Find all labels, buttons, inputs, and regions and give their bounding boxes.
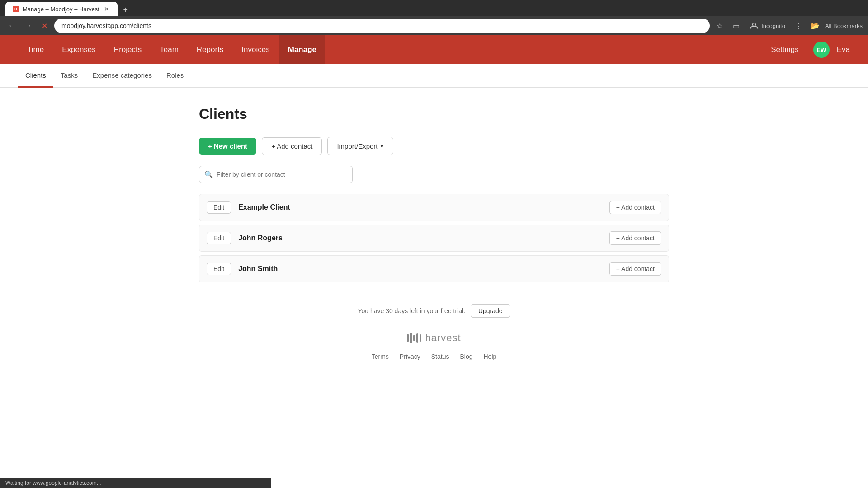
status-bar: Waiting for www.google-analytics.com...: [0, 478, 271, 488]
nav-manage[interactable]: Manage: [279, 35, 326, 64]
status-text: Waiting for www.google-analytics.com...: [5, 480, 101, 486]
split-view-button[interactable]: ▭: [730, 19, 742, 32]
tab-close-button[interactable]: ✕: [103, 5, 110, 13]
address-bar-row: ← → ✕ ☆ ▭ Incognito ⋮ 📂 All Bookmarks: [0, 16, 868, 35]
all-bookmarks-label: All Bookmarks: [825, 23, 863, 29]
footer-status[interactable]: Status: [431, 353, 449, 360]
logo-bar-5: [420, 334, 421, 342]
reload-button[interactable]: ✕: [38, 19, 51, 32]
footer-blog[interactable]: Blog: [460, 353, 472, 360]
tab-bar: H Manage – Moodjoy – Harvest ✕ +: [0, 0, 868, 16]
harvest-logo-mark: [407, 333, 421, 343]
footer-terms[interactable]: Terms: [372, 353, 389, 360]
upgrade-button[interactable]: Upgrade: [471, 304, 510, 318]
active-tab[interactable]: H Manage – Moodjoy – Harvest ✕: [5, 2, 118, 16]
add-contact-row-button-john-smith[interactable]: + Add contact: [609, 262, 661, 276]
nav-reports[interactable]: Reports: [188, 35, 233, 64]
client-list: Edit Example Client + Add contact Edit J…: [199, 194, 669, 286]
footer-trial: You have 30 days left in your free trial…: [199, 286, 669, 327]
tab-favicon: H: [13, 6, 19, 12]
table-row: Edit Example Client + Add contact: [199, 194, 669, 221]
table-row: Edit John Smith + Add contact: [199, 255, 669, 282]
footer-privacy[interactable]: Privacy: [400, 353, 420, 360]
client-name-example: Example Client: [238, 203, 602, 211]
forward-button[interactable]: →: [22, 19, 34, 32]
import-export-button[interactable]: Import/Export ▾: [327, 137, 393, 155]
nav-team[interactable]: Team: [151, 35, 188, 64]
table-row: Edit John Rogers + Add contact: [199, 225, 669, 252]
import-export-label: Import/Export: [337, 142, 377, 150]
trial-text: You have 30 days left in your free trial…: [358, 307, 465, 314]
page-title: Clients: [199, 106, 669, 122]
back-button[interactable]: ←: [5, 19, 18, 32]
logo-bar-1: [407, 334, 409, 342]
bookmark-button[interactable]: ☆: [713, 19, 726, 32]
subnav-roles[interactable]: Roles: [159, 64, 191, 88]
user-name[interactable]: Eva: [837, 45, 850, 54]
nav-expenses[interactable]: Expenses: [53, 35, 105, 64]
edit-button-example-client[interactable]: Edit: [207, 201, 231, 214]
address-bar[interactable]: [54, 19, 710, 33]
logo-bar-4: [416, 333, 418, 343]
incognito-badge: Incognito: [746, 19, 789, 32]
footer-logo: harvest: [199, 327, 669, 349]
svg-point-0: [753, 23, 756, 26]
main-content: Clients + New client + Add contact Impor…: [163, 88, 705, 385]
search-icon: 🔍: [204, 170, 213, 179]
nav-time[interactable]: Time: [18, 35, 53, 64]
subnav-clients[interactable]: Clients: [18, 64, 53, 88]
sub-nav: Clients Tasks Expense categories Roles: [0, 64, 868, 88]
add-contact-row-button-example[interactable]: + Add contact: [609, 201, 661, 214]
add-contact-row-button-john-rogers[interactable]: + Add contact: [609, 231, 661, 245]
bookmarks-button[interactable]: 📂: [809, 19, 821, 32]
tab-title: Manage – Moodjoy – Harvest: [23, 6, 99, 13]
user-avatar[interactable]: EW: [813, 42, 830, 58]
action-bar: + New client + Add contact Import/Export…: [199, 137, 669, 155]
new-client-button[interactable]: + New client: [199, 138, 256, 155]
nav-invoices[interactable]: Invoices: [232, 35, 278, 64]
nav-projects[interactable]: Projects: [105, 35, 151, 64]
harvest-logo-text: harvest: [425, 332, 461, 344]
chevron-down-icon: ▾: [380, 142, 384, 150]
footer-links: Terms Privacy Status Blog Help: [199, 349, 669, 367]
nav-right: Settings EW Eva: [764, 35, 850, 64]
nav-links: Time Expenses Projects Team Reports Invo…: [18, 35, 764, 64]
subnav-expense-categories[interactable]: Expense categories: [85, 64, 159, 88]
browser-chrome: H Manage – Moodjoy – Harvest ✕ + ← → ✕ ☆…: [0, 0, 868, 35]
app: Time Expenses Projects Team Reports Invo…: [0, 35, 868, 385]
client-name-john-smith: John Smith: [238, 265, 602, 273]
add-contact-button[interactable]: + Add contact: [262, 137, 322, 155]
search-input[interactable]: [199, 166, 353, 183]
incognito-icon: [750, 21, 759, 30]
menu-button[interactable]: ⋮: [793, 19, 805, 32]
footer-help[interactable]: Help: [483, 353, 496, 360]
logo-bar-3: [413, 335, 415, 341]
subnav-tasks[interactable]: Tasks: [53, 64, 85, 88]
incognito-label: Incognito: [761, 23, 785, 29]
edit-button-john-smith[interactable]: Edit: [207, 263, 231, 275]
new-tab-button[interactable]: +: [119, 4, 132, 16]
logo-bar-2: [410, 333, 412, 343]
settings-link[interactable]: Settings: [764, 35, 806, 64]
search-container: 🔍: [199, 166, 353, 183]
edit-button-john-rogers[interactable]: Edit: [207, 232, 231, 244]
top-nav: Time Expenses Projects Team Reports Invo…: [0, 35, 868, 64]
client-name-john-rogers: John Rogers: [238, 234, 602, 242]
